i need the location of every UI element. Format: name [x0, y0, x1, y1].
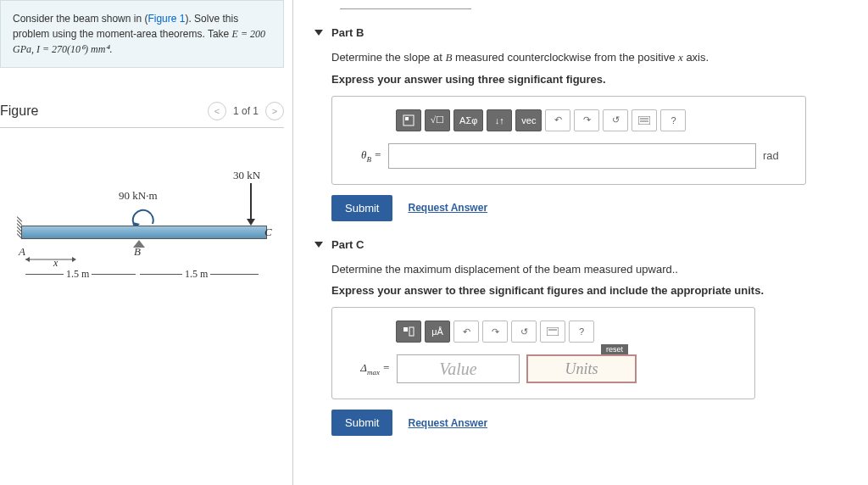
left-panel: Consider the beam shown in (Figure 1). S…	[0, 0, 292, 485]
problem-statement: Consider the beam shown in (Figure 1). S…	[0, 0, 284, 68]
keyboard-button[interactable]	[632, 109, 657, 131]
collapse-icon	[314, 30, 323, 36]
reset-button[interactable]: ↺	[511, 321, 537, 343]
part-c-header[interactable]: Part C	[314, 238, 855, 251]
part-c-title: Part C	[331, 238, 364, 251]
svg-rect-8	[547, 327, 559, 336]
moment-label: 90 kN·m	[119, 189, 158, 203]
x-axis-arrow	[25, 255, 76, 264]
redo-button[interactable]: ↷	[482, 321, 508, 343]
force-label: 30 kN	[233, 169, 260, 182]
part-b-body: Determine the slope at B measured counte…	[314, 49, 855, 221]
template-button[interactable]	[396, 109, 421, 131]
part-b-request-link[interactable]: Request Answer	[408, 202, 487, 214]
part-b-input[interactable]	[388, 143, 756, 169]
part-b-instruction: Express your answer using three signific…	[331, 73, 855, 86]
redo-button[interactable]: ↷	[574, 109, 599, 131]
sqrt-button[interactable]: √☐	[425, 109, 450, 131]
help-button[interactable]: ?	[569, 321, 594, 343]
part-c-units-input[interactable]: reset Units	[526, 354, 637, 383]
part-c-toolbar: μÅ ↶ ↷ ↺ ?	[349, 321, 737, 343]
part-b-title: Part B	[331, 26, 364, 39]
point-a-label: A	[19, 245, 25, 259]
unit-symbol-button[interactable]: μÅ	[425, 321, 450, 343]
template-button[interactable]	[396, 321, 421, 343]
figure-prev-button[interactable]: <	[208, 102, 226, 120]
keyboard-button[interactable]	[540, 321, 565, 343]
collapse-icon	[314, 242, 323, 248]
svg-rect-6	[403, 327, 408, 332]
problem-text: Consider the beam shown in (	[13, 13, 147, 25]
undo-button[interactable]: ↶	[453, 321, 479, 343]
part-c-instruction: Express your answer to three significant…	[331, 284, 855, 297]
divider	[340, 8, 471, 9]
vec-button[interactable]: vec	[515, 109, 542, 131]
dimension-2: 1.5 m	[182, 268, 210, 281]
force-arrow-icon	[250, 183, 255, 226]
right-panel: Part B Determine the slope at B measured…	[292, 0, 868, 485]
part-c-value-input[interactable]: Value	[397, 354, 520, 383]
reset-button[interactable]: ↺	[603, 109, 628, 131]
figure-section: Figure < 1 of 1 > 30 kN 90 kN·m	[0, 102, 292, 315]
svg-rect-3	[638, 116, 650, 125]
greek-button[interactable]: ΑΣφ	[453, 109, 483, 131]
subscript-button[interactable]: ↓↑	[487, 109, 512, 131]
figure-diagram: 30 kN 90 kN·m A B C	[8, 162, 275, 315]
part-c-variable: Δmax =	[349, 361, 390, 376]
dimension-1: 1.5 m	[64, 268, 92, 281]
figure-title: Figure	[0, 103, 38, 119]
point-b-label: B	[134, 245, 141, 259]
part-c-body: Determine the maximum displacement of th…	[314, 261, 855, 437]
part-b-answer-box: √☐ ΑΣφ ↓↑ vec ↶ ↷ ↺ ? θB = rad	[331, 96, 806, 185]
part-c-prompt: Determine the maximum displacement of th…	[331, 261, 855, 278]
svg-rect-7	[409, 327, 414, 336]
reset-tag[interactable]: reset	[601, 344, 628, 354]
point-c-label: C	[264, 226, 272, 239]
beam-icon	[21, 226, 267, 239]
svg-rect-2	[405, 117, 409, 120]
figure-link[interactable]: Figure 1	[147, 13, 185, 25]
part-b-toolbar: √☐ ΑΣφ ↓↑ vec ↶ ↷ ↺ ?	[349, 109, 788, 131]
part-b-unit: rad	[763, 149, 788, 162]
part-c-submit-button[interactable]: Submit	[331, 410, 392, 436]
undo-button[interactable]: ↶	[545, 109, 570, 131]
part-b-submit-button[interactable]: Submit	[331, 195, 392, 221]
part-c-answer-box: μÅ ↶ ↷ ↺ ? Δmax = Value reset Units	[331, 307, 755, 399]
figure-nav: < 1 of 1 >	[208, 102, 284, 120]
part-b-header[interactable]: Part B	[314, 26, 855, 39]
figure-next-button[interactable]: >	[265, 102, 284, 120]
part-b-variable: θB =	[349, 148, 381, 164]
help-button[interactable]: ?	[660, 109, 686, 131]
part-b-prompt: Determine the slope at B measured counte…	[331, 49, 855, 66]
part-c-request-link[interactable]: Request Answer	[408, 417, 487, 429]
figure-counter: 1 of 1	[233, 105, 259, 117]
